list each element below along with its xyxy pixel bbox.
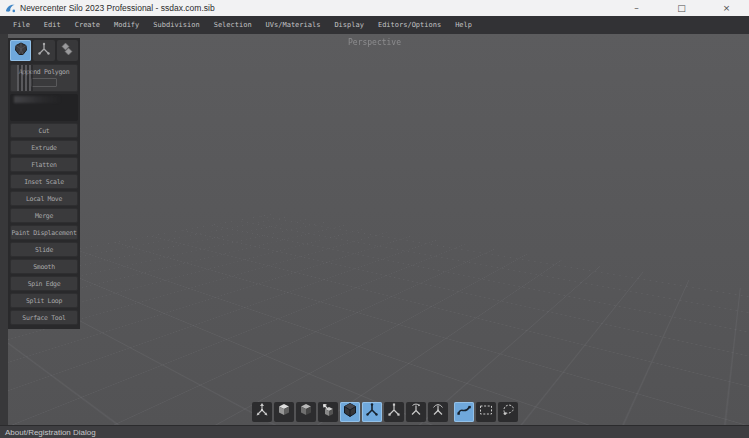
titlebar: Nevercenter Silo 2023 Professional - ssd… (0, 0, 749, 16)
universal-tripod-icon (429, 401, 447, 423)
menu-item-modify[interactable]: Modify (107, 16, 146, 34)
toolbar-button-object-mode[interactable] (340, 402, 360, 422)
universal-manipulator-icon (253, 401, 271, 423)
panel-button-paint-displacement[interactable]: Paint Displacement (10, 225, 78, 240)
marquee-select-icon (477, 401, 495, 423)
toolbar-button-universal-manipulator[interactable] (252, 402, 272, 422)
toolbar-button-marquee-select[interactable] (476, 402, 496, 422)
ground-grid (0, 34, 749, 425)
toolbar-button-cube-solid[interactable] (274, 402, 294, 422)
panel-button-flatten[interactable]: Flatten (10, 157, 78, 172)
panel-button-local-move[interactable]: Local Move (10, 191, 78, 206)
toolbar-button-cube-extrude[interactable] (318, 402, 338, 422)
window-controls: – □ × (614, 0, 749, 16)
cube-solid-icon (275, 401, 293, 423)
toolbar-button-soft-selection[interactable] (454, 402, 474, 422)
silo-logo-icon (5, 3, 16, 14)
scale-tripod-icon (385, 401, 403, 423)
ghost-button[interactable] (10, 94, 78, 121)
menu-item-help[interactable]: Help (448, 16, 479, 34)
viewport-3d[interactable]: Perspective (0, 34, 749, 425)
menu-item-display[interactable]: Display (327, 16, 371, 34)
cube-face-icon (297, 401, 315, 423)
app-window: Nevercenter Silo 2023 Professional - ssd… (0, 0, 749, 438)
bottom-toolbar (252, 402, 520, 422)
close-button[interactable]: × (704, 0, 749, 16)
menu-item-subdivision[interactable]: Subdivision (146, 16, 206, 34)
soft-selection-curve-icon (455, 401, 473, 423)
panel-button-smooth[interactable]: Smooth (10, 259, 78, 274)
panel-button-slide[interactable]: Slide (10, 242, 78, 257)
render-artifact-streaks (17, 65, 33, 91)
menu-item-editors-options[interactable]: Editors/Options (371, 16, 448, 34)
toolbar-button-cube-face[interactable] (296, 402, 316, 422)
tool-panel-tabs (10, 40, 78, 61)
ghost-text-smudge (14, 96, 62, 103)
tool-panel: Append Polygon Cut Extrude Flatten Inset… (8, 38, 80, 329)
append-polygon-button[interactable]: Append Polygon (10, 64, 78, 92)
toolbar-button-scale-tool[interactable] (384, 402, 404, 422)
menu-item-create[interactable]: Create (68, 16, 107, 34)
menu-item-selection[interactable]: Selection (207, 16, 259, 34)
cube-extrude-icon (319, 401, 337, 423)
minimize-button[interactable]: – (614, 0, 659, 16)
status-text: About/Registration Dialog (5, 428, 96, 437)
lasso-select-icon (499, 401, 517, 423)
panel-button-split-loop[interactable]: Split Loop (10, 293, 78, 308)
tab-uv[interactable] (57, 40, 78, 61)
maximize-button[interactable]: □ (659, 0, 704, 16)
polygon-object-mode-icon (341, 401, 359, 423)
panel-button-cut[interactable]: Cut (10, 123, 78, 138)
toolbar-button-universal-tool[interactable] (428, 402, 448, 422)
panel-button-merge[interactable]: Merge (10, 208, 78, 223)
tab-polygon-tools[interactable] (10, 40, 31, 61)
panel-button-inset-scale[interactable]: Inset Scale (10, 174, 78, 189)
viewport-label: Perspective (0, 38, 749, 47)
menu-item-edit[interactable]: Edit (37, 16, 68, 34)
menu-item-file[interactable]: File (6, 16, 37, 34)
toolbar-button-rotate-tool[interactable] (406, 402, 426, 422)
move-tripod-icon (363, 401, 381, 423)
panel-button-surface-tool[interactable]: Surface Tool (10, 310, 78, 325)
panel-edge-strip (0, 34, 8, 425)
uv-tab-icon (59, 41, 75, 61)
statusbar: About/Registration Dialog (0, 425, 749, 438)
menu-item-uvs-materials[interactable]: UVs/Materials (259, 16, 328, 34)
toolbar-button-lasso-select[interactable] (498, 402, 518, 422)
polygon-tools-tab-icon (13, 41, 29, 61)
manipulator-tab-icon (36, 41, 52, 61)
menubar: File Edit Create Modify Subdivision Sele… (0, 16, 749, 34)
window-title: Nevercenter Silo 2023 Professional - ssd… (20, 0, 215, 16)
append-polygon-preview-box (31, 78, 57, 87)
panel-button-extrude[interactable]: Extrude (10, 140, 78, 155)
toolbar-button-move-tool[interactable] (362, 402, 382, 422)
panel-button-spin-edge[interactable]: Spin Edge (10, 276, 78, 291)
tab-manipulator[interactable] (33, 40, 54, 61)
rotate-tripod-icon (407, 401, 425, 423)
